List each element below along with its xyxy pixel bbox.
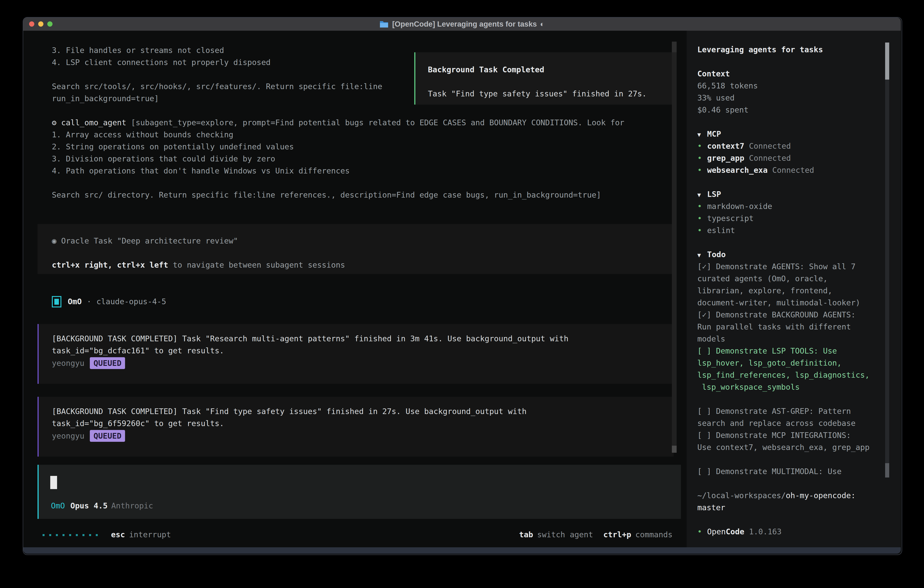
mcp-status: Connected	[749, 141, 791, 150]
statusbar-right: tab switch agent ctrl+p commands	[445, 529, 673, 541]
main-scrollbar-thumb-top[interactable]	[672, 41, 676, 52]
todo-line-done: Run parallel tasks with different	[697, 321, 898, 333]
background-task-message: [BACKGROUND TASK COMPLETED] Task "Find t…	[38, 397, 674, 457]
status-dot-icon: •	[697, 225, 707, 236]
close-button[interactable]	[29, 21, 34, 26]
tool-call-tail: Search src/ directory. Return specific f…	[52, 189, 601, 201]
sidebar-scrollbar-thumb-bottom[interactable]	[885, 463, 889, 477]
tool-call-item: 2. String operations on potentially unde…	[52, 141, 294, 153]
todo-line-pending: [ ] Demonstrate AST-GREP: Pattern	[697, 405, 898, 417]
message-author: yeongyu	[52, 358, 84, 368]
context-spent: $0.46 spent	[697, 104, 898, 116]
background-task-notification[interactable]: Background Task Completed Task "Find typ…	[414, 52, 676, 105]
mcp-name: websearch_exa	[707, 165, 767, 175]
notification-body: Task "Find type safety issues" finished …	[428, 88, 647, 100]
context-tokens: 66,518 tokens	[697, 80, 898, 92]
lsp-item: •typescript	[697, 212, 898, 225]
oracle-task-label: Oracle Task "Deep architecture review"	[61, 236, 238, 245]
sidebar-scrollbar-thumb[interactable]	[885, 43, 889, 79]
lsp-name: markdown-oxide	[707, 202, 772, 211]
ctrlp-key-hint: ctrl+p	[603, 529, 631, 541]
notification-title: Background Task Completed	[428, 64, 544, 76]
todo-line-done: librarian, explore, frontend,	[697, 285, 898, 297]
todo-line-pending: [ ] Demonstrate MULTIMODAL: Use	[697, 466, 898, 477]
statusbar-left: ▪▪▪▪▪▪▪▪▪ esc interrupt	[42, 529, 171, 541]
input-provider: Anthropic	[111, 500, 153, 512]
hint-rest: to navigate between subagent sessions	[168, 260, 345, 269]
status-dot-icon: •	[697, 200, 707, 212]
todo-line-pending: [ ] Demonstrate MCP INTEGRATIONS:	[697, 429, 898, 441]
mcp-status: Connected	[772, 165, 814, 175]
target-icon: ◉	[52, 236, 56, 245]
oracle-task-line: ◉ Oracle Task "Deep architecture review"	[52, 235, 238, 247]
status-dot-icon: •	[697, 212, 707, 225]
tool-call-item: 3. Division operations that could divide…	[52, 153, 276, 165]
todo-line-active: lsp_workspace_symbols	[697, 381, 898, 393]
session-indicator-icon: ◐	[540, 20, 544, 28]
hint-keys: ctrl+x right, ctrl+x left	[52, 260, 168, 269]
mcp-item: •context7 Connected	[697, 140, 898, 152]
todo-line-done: models	[697, 333, 898, 345]
sidebar-title: Leveraging agents for tasks	[697, 44, 898, 56]
ctrlp-action-label: commands	[635, 529, 673, 541]
status-dot-icon: •	[697, 526, 707, 538]
status-dot-icon: •	[697, 152, 707, 164]
input-agent-name: OmO	[51, 500, 65, 512]
message-meta: yeongyuQUEUED	[52, 430, 125, 442]
terminal-line: run_in_background=true]	[52, 92, 159, 105]
oracle-task-panel: ◉ Oracle Task "Deep architecture review"…	[38, 224, 673, 274]
mcp-item: •websearch_exa Connected	[697, 164, 898, 176]
lsp-section-header[interactable]: ▼LSP	[697, 188, 898, 200]
todo-line-pending: search and replace across codebase	[697, 417, 898, 429]
todo-section-header[interactable]: ▼Todo	[697, 249, 898, 261]
workspace-path: ~/local-workspaces/oh-my-opencode:	[697, 489, 898, 502]
todo-line-done: [✓] Demonstrate BACKGROUND AGENTS:	[697, 309, 898, 321]
mcp-status: Connected	[749, 154, 791, 163]
message-line: [BACKGROUND TASK COMPLETED] Task "Find t…	[52, 405, 526, 418]
esc-key-hint: esc	[111, 529, 125, 541]
workspace-path-prefix: ~/local-workspaces/	[697, 491, 786, 500]
tool-call-line: ⚙ call_omo_agent [subagent_type=explore,…	[52, 117, 624, 129]
message-line: task_id="bg_6f59260c" to get results.	[52, 418, 224, 429]
tool-call-args: [subagent_type=explore, prompt=Find pote…	[131, 118, 624, 127]
zoom-button[interactable]	[47, 21, 53, 26]
workspace-path-repo: oh-my-opencode:	[786, 491, 856, 500]
window-bottom-strip	[23, 547, 901, 554]
todo-line-pending: Use context7, websearch_exa, grep_app	[697, 441, 898, 453]
terminal-line: 4. LSP client connections not properly d…	[52, 56, 271, 68]
gear-icon: ⚙	[52, 118, 56, 127]
mcp-section-header[interactable]: ▼MCP	[697, 128, 898, 140]
agent-icon	[52, 296, 61, 307]
lsp-heading: LSP	[707, 190, 721, 199]
screen: [OpenCode] Leveraging agents for tasks ◐…	[0, 0, 924, 588]
window-titlebar[interactable]: [OpenCode] Leveraging agents for tasks ◐	[23, 18, 901, 31]
todo-line-active: [ ] Demonstrate LSP TOOLS: Use	[697, 345, 898, 357]
context-used: 33% used	[697, 92, 898, 104]
tool-call-name: call_omo_agent	[61, 118, 126, 127]
window-title: [OpenCode] Leveraging agents for tasks	[392, 20, 537, 28]
esc-action-label: interrupt	[129, 529, 171, 541]
chevron-down-icon: ▼	[697, 189, 707, 201]
status-badge: QUEUED	[90, 357, 125, 369]
text-cursor	[50, 476, 57, 489]
terminal-line: Search src/tools/, src/hooks/, src/featu…	[52, 81, 382, 92]
input-footer: OmO Opus 4.5 Anthropic	[51, 500, 153, 512]
navigation-hint: ctrl+x right, ctrl+x left to navigate be…	[52, 259, 345, 271]
sidebar-scrollbar-track[interactable]	[885, 43, 889, 477]
main-scrollbar-thumb[interactable]	[672, 446, 676, 453]
tool-call-item: 4. Path operations that don't handle Win…	[52, 165, 350, 177]
tool-call-item: 1. Array access without bounds checking	[52, 129, 233, 141]
minimize-button[interactable]	[38, 21, 43, 26]
status-dot-icon: •	[697, 164, 707, 176]
lsp-name: eslint	[707, 226, 735, 235]
background-task-message: [BACKGROUND TASK COMPLETED] Task "Resear…	[38, 324, 674, 384]
chevron-down-icon: ▼	[697, 129, 707, 141]
status-dot-icon: •	[697, 140, 707, 152]
context-heading: Context	[697, 68, 898, 80]
mcp-name: grep_app	[707, 154, 744, 163]
lsp-item: •eslint	[697, 225, 898, 236]
main-scrollbar-track[interactable]	[672, 41, 676, 453]
input-model: Opus 4.5	[70, 500, 107, 512]
opencode-version-line: •OpenCode 1.0.163	[697, 526, 898, 538]
message-meta: yeongyuQUEUED	[52, 357, 125, 369]
